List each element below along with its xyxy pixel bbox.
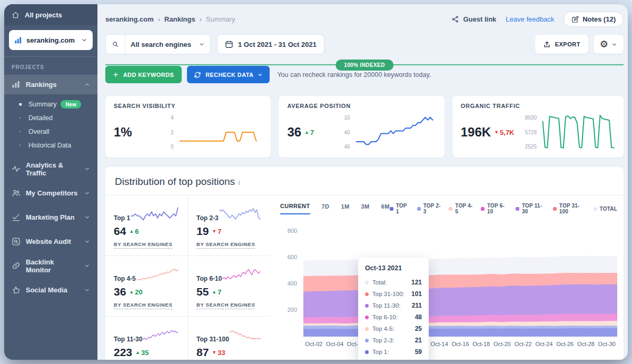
chart-plot: Oct-02Oct-04Oct-06Oct-08Oct-10Oct-12Oct-… <box>303 226 617 360</box>
leave-feedback-link[interactable]: Leave feedback <box>506 15 554 23</box>
recheck-data-label: RECHECK DATA <box>205 72 253 78</box>
tab-7d[interactable]: 7D <box>322 203 330 214</box>
period-tabs: CURRENT 7D 1M 3M 6M <box>280 203 390 214</box>
top6-10-cell: Top 6-10 55▲7 BY SEARCH ENGINES <box>187 256 270 316</box>
legend-top6-10[interactable]: TOP 6-10 <box>481 203 509 214</box>
app-window: All projects seranking.com PROJECTS Rank… <box>4 4 628 360</box>
my-competitors-label: My Competitors <box>26 189 77 197</box>
people-icon <box>12 189 21 198</box>
chevron-down-icon <box>84 190 90 196</box>
tooltip-date: Oct-13 2021 <box>365 264 422 272</box>
audit-search-icon <box>12 237 21 246</box>
refresh-icon <box>194 71 201 78</box>
sidebar-item-marketing-plan[interactable]: Marketing Plan <box>4 208 97 227</box>
export-label: EXPORT <box>555 41 580 47</box>
sidebar-item-historical-data[interactable]: • Historical Data <box>4 139 97 152</box>
cell-label: Top 1 <box>114 214 130 224</box>
edit-note-icon <box>571 16 579 23</box>
top4-5-cell: Top 4-5 36▲20 BY SEARCH ENGINES <box>105 256 187 316</box>
positions-chart-panel: CURRENT 7D 1M 3M 6M TOP 1 TOP 2-3 TOP 4-… <box>270 195 624 360</box>
add-keywords-label: ADD KEYWORDS <box>123 72 174 78</box>
recheck-data-button[interactable]: RECHECK DATA <box>187 66 270 83</box>
breadcrumb-separator: › <box>200 15 202 23</box>
date-range-picker[interactable]: 1 Oct 2021 - 31 Oct 2021 <box>217 34 324 54</box>
tab-6m[interactable]: 6M <box>381 203 390 214</box>
active-bullet-icon: ■ <box>19 102 28 107</box>
tab-current[interactable]: CURRENT <box>280 203 310 214</box>
settings-button[interactable]: ⚙ <box>594 35 624 54</box>
top11-30-sparkline <box>142 325 179 345</box>
legend-top11-30[interactable]: TOP 11-30 <box>516 203 546 214</box>
chevron-down-icon <box>611 42 617 47</box>
sidebar-item-analytics-traffic[interactable]: Analytics & Traffic <box>4 159 97 179</box>
legend-top4-5[interactable]: TOP 4-5 <box>449 203 474 214</box>
y-axis-ticks: 334046 <box>344 113 354 151</box>
chevron-down-icon <box>84 166 90 172</box>
thumbs-up-icon <box>12 286 21 294</box>
legend-total[interactable]: TOTAL <box>594 206 617 212</box>
notes-button[interactable]: Notes (12) <box>564 12 624 27</box>
card-value: 36 <box>287 125 301 140</box>
check-chart-icon <box>12 213 21 222</box>
top31-100-sparkline <box>229 325 261 345</box>
tab-3m[interactable]: 3M <box>361 203 370 214</box>
summary-label: Summary <box>28 101 56 108</box>
export-icon <box>543 41 551 48</box>
gear-icon: ⚙ <box>600 40 608 49</box>
position-mini-cards: Top 1 64▲6 BY SEARCH ENGINES Top 2-3 19▼… <box>105 195 270 360</box>
project-selector[interactable]: seranking.com <box>9 30 93 50</box>
distribution-card: Distribution of top positions i Top 1 64… <box>105 167 624 360</box>
rankings-label: Rankings <box>26 81 57 88</box>
bullet-icon: • <box>19 143 28 148</box>
average-position-card: AVERAGE POSITION 36 ▲7 334046 <box>279 96 444 158</box>
export-button[interactable]: EXPORT <box>535 35 588 54</box>
sidebar-item-my-competitors[interactable]: My Competitors <box>4 183 97 203</box>
top4-5-sparkline <box>136 264 179 284</box>
sidebar-item-website-audit[interactable]: Website Audit <box>4 232 97 251</box>
search-visibility-card: SEARCH VISIBILITY 1% 420 <box>105 96 271 158</box>
card-value: 1% <box>114 125 132 140</box>
add-keywords-button[interactable]: + ADD KEYWORDS <box>105 66 182 83</box>
rankings-icon <box>12 80 21 89</box>
bullet-icon: • <box>19 129 28 134</box>
sidebar-item-summary[interactable]: ■ Summary New <box>4 97 97 111</box>
x-axis: Oct-02Oct-04Oct-06Oct-08Oct-10Oct-12Oct-… <box>303 337 617 349</box>
header-actions: Guest link Leave feedback Notes (12) <box>451 12 624 27</box>
top2-3-sparkline <box>219 204 261 224</box>
sidebar-item-overall[interactable]: • Overall <box>4 125 97 139</box>
sidebar-item-all-projects[interactable]: All projects <box>4 4 97 25</box>
info-icon[interactable]: i <box>238 179 240 187</box>
tab-1m[interactable]: 1M <box>341 203 349 214</box>
y-axis-ticks: 420 <box>171 113 179 151</box>
top2-3-cell: Top 2-3 19▼7 BY SEARCH ENGINES <box>187 195 270 255</box>
home-icon <box>12 11 19 19</box>
by-search-engines-link[interactable]: BY SEARCH ENGINES <box>196 302 255 309</box>
sidebar-item-backlink-monitor[interactable]: Backlink Monitor <box>4 256 97 276</box>
stacked-area-chart: 200400600800 Oct-02Oct-04Oct-06Oct-08Oct… <box>280 226 617 360</box>
search-engines-select[interactable]: All search engines <box>105 34 211 54</box>
metric-cards: SEARCH VISIBILITY 1% 420 AVERAGE POSITIO… <box>105 96 624 158</box>
by-search-engines-link[interactable]: BY SEARCH ENGINES <box>114 302 172 309</box>
backlink-monitor-label: Backlink Monitor <box>26 258 79 274</box>
chevron-down-icon <box>84 263 90 269</box>
sidebar-item-social-media[interactable]: Social Media <box>4 280 97 300</box>
breadcrumb-rankings[interactable]: Rankings <box>164 15 195 23</box>
legend-top1[interactable]: TOP 1 <box>390 203 410 214</box>
chevron-down-icon <box>81 37 87 43</box>
indexed-badge: 100% INDEXED <box>335 60 393 71</box>
legend-top2-3[interactable]: TOP 2-3 <box>417 203 442 214</box>
by-search-engines-link[interactable]: BY SEARCH ENGINES <box>114 241 172 249</box>
breadcrumb-project[interactable]: seranking.com <box>105 15 154 23</box>
arrow-down-icon: ▼ <box>494 130 499 135</box>
legend-top31-100[interactable]: TOP 31-100 <box>553 203 587 214</box>
new-badge: New <box>61 100 81 109</box>
search-visibility-chart: 420 <box>171 113 262 151</box>
chart-legend: TOP 1 TOP 2-3 TOP 4-5 TOP 6-10 TOP 11-30… <box>390 203 617 214</box>
chevron-down-icon <box>84 239 90 244</box>
main-content: seranking.com › Rankings › Summary Guest… <box>97 4 628 360</box>
by-search-engines-link[interactable]: BY SEARCH ENGINES <box>196 241 255 249</box>
sidebar-item-detailed[interactable]: • Detailed <box>4 111 97 125</box>
card-value: 196K <box>461 125 491 140</box>
guest-link-button[interactable]: Guest link <box>451 15 496 23</box>
sidebar-item-rankings[interactable]: Rankings <box>4 75 97 94</box>
